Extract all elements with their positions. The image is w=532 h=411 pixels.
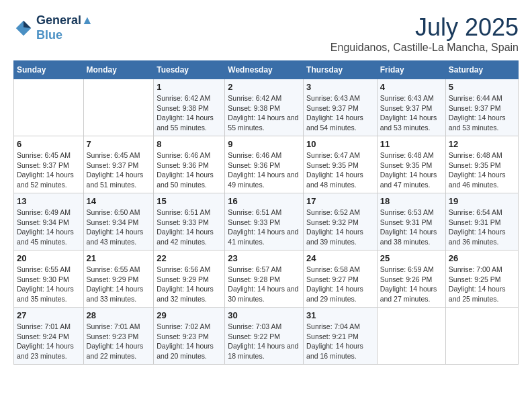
calendar-cell: 25Sunrise: 6:59 AM Sunset: 9:26 PM Dayli… <box>377 250 445 308</box>
day-info: Sunrise: 6:48 AM Sunset: 9:35 PM Dayligh… <box>380 150 443 190</box>
day-info: Sunrise: 6:57 AM Sunset: 9:28 PM Dayligh… <box>228 265 300 304</box>
day-number: 24 <box>306 253 374 263</box>
day-number: 3 <box>306 82 374 92</box>
calendar-cell: 11Sunrise: 6:48 AM Sunset: 9:35 PM Dayli… <box>377 136 445 193</box>
day-number: 10 <box>306 139 374 149</box>
day-info: Sunrise: 6:45 AM Sunset: 9:37 PM Dayligh… <box>17 150 81 190</box>
day-number: 9 <box>228 139 300 149</box>
day-info: Sunrise: 6:42 AM Sunset: 9:38 PM Dayligh… <box>228 93 300 133</box>
week-row-1: 1Sunrise: 6:42 AM Sunset: 9:38 PM Daylig… <box>14 79 519 136</box>
logo-icon <box>13 18 34 38</box>
calendar-cell: 31Sunrise: 7:04 AM Sunset: 9:21 PM Dayli… <box>304 308 378 365</box>
day-number: 22 <box>157 253 222 263</box>
day-number: 29 <box>157 310 222 320</box>
week-row-5: 27Sunrise: 7:01 AM Sunset: 9:24 PM Dayli… <box>14 308 519 365</box>
day-number: 21 <box>87 253 151 263</box>
day-info: Sunrise: 7:04 AM Sunset: 9:21 PM Dayligh… <box>306 322 374 361</box>
day-number: 14 <box>87 196 151 206</box>
day-info: Sunrise: 6:49 AM Sunset: 9:34 PM Dayligh… <box>17 208 81 247</box>
week-row-4: 20Sunrise: 6:55 AM Sunset: 9:30 PM Dayli… <box>14 250 519 308</box>
day-number: 20 <box>17 253 81 263</box>
calendar-cell: 22Sunrise: 6:56 AM Sunset: 9:29 PM Dayli… <box>154 250 225 308</box>
main-title: July 2025 <box>330 13 519 42</box>
day-number: 4 <box>380 82 443 92</box>
calendar-cell: 23Sunrise: 6:57 AM Sunset: 9:28 PM Dayli… <box>225 250 304 308</box>
calendar-cell: 29Sunrise: 7:02 AM Sunset: 9:23 PM Dayli… <box>154 308 225 365</box>
calendar-cell <box>377 308 445 365</box>
col-header-wednesday: Wednesday <box>225 61 304 79</box>
calendar-cell: 8Sunrise: 6:46 AM Sunset: 9:36 PM Daylig… <box>154 136 225 193</box>
col-header-thursday: Thursday <box>304 61 378 79</box>
calendar-cell: 12Sunrise: 6:48 AM Sunset: 9:35 PM Dayli… <box>445 136 518 193</box>
calendar-cell: 17Sunrise: 6:52 AM Sunset: 9:32 PM Dayli… <box>304 193 378 250</box>
day-info: Sunrise: 7:02 AM Sunset: 9:23 PM Dayligh… <box>157 322 222 361</box>
calendar-cell: 24Sunrise: 6:58 AM Sunset: 9:27 PM Dayli… <box>304 250 378 308</box>
day-number: 6 <box>17 139 81 149</box>
calendar-cell: 13Sunrise: 6:49 AM Sunset: 9:34 PM Dayli… <box>14 193 84 250</box>
day-number: 15 <box>157 196 222 206</box>
day-number: 7 <box>87 139 151 149</box>
calendar-cell: 6Sunrise: 6:45 AM Sunset: 9:37 PM Daylig… <box>14 136 84 193</box>
day-number: 25 <box>380 253 443 263</box>
col-header-sunday: Sunday <box>14 61 84 79</box>
calendar-cell: 15Sunrise: 6:51 AM Sunset: 9:33 PM Dayli… <box>154 193 225 250</box>
day-number: 26 <box>449 253 515 263</box>
day-number: 16 <box>228 196 300 206</box>
day-info: Sunrise: 6:51 AM Sunset: 9:33 PM Dayligh… <box>157 208 222 247</box>
calendar-cell: 4Sunrise: 6:43 AM Sunset: 9:37 PM Daylig… <box>377 79 445 136</box>
day-number: 18 <box>380 196 443 206</box>
day-info: Sunrise: 7:01 AM Sunset: 9:24 PM Dayligh… <box>17 322 81 361</box>
calendar-cell: 2Sunrise: 6:42 AM Sunset: 9:38 PM Daylig… <box>225 79 304 136</box>
day-info: Sunrise: 7:01 AM Sunset: 9:23 PM Dayligh… <box>87 322 151 361</box>
day-info: Sunrise: 6:53 AM Sunset: 9:31 PM Dayligh… <box>380 208 443 247</box>
day-info: Sunrise: 6:51 AM Sunset: 9:33 PM Dayligh… <box>228 208 300 247</box>
logo: General▲ Blue <box>13 13 93 42</box>
page-header: General▲ Blue July 2025 Enguidanos, Cast… <box>13 13 519 54</box>
day-number: 11 <box>380 139 443 149</box>
calendar-cell: 19Sunrise: 6:54 AM Sunset: 9:31 PM Dayli… <box>445 193 518 250</box>
day-info: Sunrise: 6:54 AM Sunset: 9:31 PM Dayligh… <box>449 208 515 247</box>
week-row-3: 13Sunrise: 6:49 AM Sunset: 9:34 PM Dayli… <box>14 193 519 250</box>
day-info: Sunrise: 6:56 AM Sunset: 9:29 PM Dayligh… <box>157 265 222 304</box>
day-number: 12 <box>449 139 515 149</box>
day-number: 30 <box>228 310 300 320</box>
day-info: Sunrise: 6:43 AM Sunset: 9:37 PM Dayligh… <box>306 93 374 133</box>
day-info: Sunrise: 7:03 AM Sunset: 9:22 PM Dayligh… <box>228 322 300 361</box>
day-info: Sunrise: 6:59 AM Sunset: 9:26 PM Dayligh… <box>380 265 443 304</box>
calendar-cell: 18Sunrise: 6:53 AM Sunset: 9:31 PM Dayli… <box>377 193 445 250</box>
logo-text: General▲ Blue <box>36 13 93 42</box>
calendar-cell: 28Sunrise: 7:01 AM Sunset: 9:23 PM Dayli… <box>83 308 154 365</box>
day-info: Sunrise: 7:00 AM Sunset: 9:25 PM Dayligh… <box>449 265 515 304</box>
calendar-cell <box>445 308 518 365</box>
day-info: Sunrise: 6:58 AM Sunset: 9:27 PM Dayligh… <box>306 265 374 304</box>
day-info: Sunrise: 6:46 AM Sunset: 9:36 PM Dayligh… <box>228 150 300 190</box>
day-info: Sunrise: 6:55 AM Sunset: 9:29 PM Dayligh… <box>87 265 151 304</box>
day-number: 23 <box>228 253 300 263</box>
day-number: 1 <box>157 82 222 92</box>
calendar-cell: 5Sunrise: 6:44 AM Sunset: 9:37 PM Daylig… <box>445 79 518 136</box>
calendar-cell <box>83 79 154 136</box>
col-header-friday: Friday <box>377 61 445 79</box>
calendar-cell: 20Sunrise: 6:55 AM Sunset: 9:30 PM Dayli… <box>14 250 84 308</box>
day-info: Sunrise: 6:42 AM Sunset: 9:38 PM Dayligh… <box>157 93 222 133</box>
day-info: Sunrise: 6:44 AM Sunset: 9:37 PM Dayligh… <box>449 93 515 133</box>
title-section: July 2025 Enguidanos, Castille-La Mancha… <box>330 13 519 54</box>
svg-marker-1 <box>24 20 31 28</box>
day-number: 8 <box>157 139 222 149</box>
col-header-tuesday: Tuesday <box>154 61 225 79</box>
calendar-cell: 30Sunrise: 7:03 AM Sunset: 9:22 PM Dayli… <box>225 308 304 365</box>
calendar-cell: 14Sunrise: 6:50 AM Sunset: 9:34 PM Dayli… <box>83 193 154 250</box>
calendar-cell: 1Sunrise: 6:42 AM Sunset: 9:38 PM Daylig… <box>154 79 225 136</box>
col-header-saturday: Saturday <box>445 61 518 79</box>
calendar-cell: 26Sunrise: 7:00 AM Sunset: 9:25 PM Dayli… <box>445 250 518 308</box>
day-number: 31 <box>306 310 374 320</box>
day-number: 17 <box>306 196 374 206</box>
day-info: Sunrise: 6:52 AM Sunset: 9:32 PM Dayligh… <box>306 208 374 247</box>
day-info: Sunrise: 6:43 AM Sunset: 9:37 PM Dayligh… <box>380 93 443 133</box>
day-info: Sunrise: 6:47 AM Sunset: 9:35 PM Dayligh… <box>306 150 374 190</box>
day-number: 28 <box>87 310 151 320</box>
day-info: Sunrise: 6:46 AM Sunset: 9:36 PM Dayligh… <box>157 150 222 190</box>
calendar-table: SundayMondayTuesdayWednesdayThursdayFrid… <box>13 60 519 365</box>
day-number: 2 <box>228 82 300 92</box>
day-info: Sunrise: 6:50 AM Sunset: 9:34 PM Dayligh… <box>87 208 151 247</box>
